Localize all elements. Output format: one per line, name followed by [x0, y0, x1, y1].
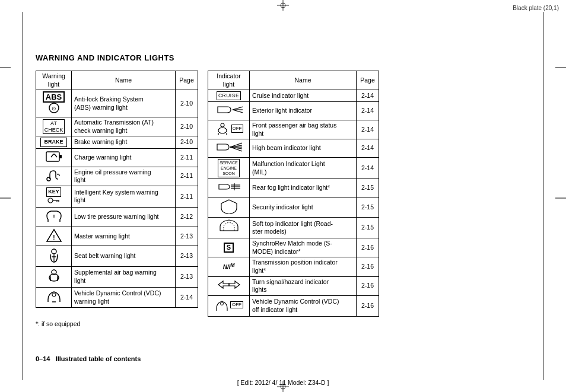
warning-page-at-check: 2-10: [176, 117, 198, 136]
indicator-icon-exterior: [208, 102, 250, 120]
right-border: [543, 12, 543, 380]
indicator-icon-turn-signal: [208, 276, 250, 295]
warning-page-brake: 2-10: [176, 136, 198, 149]
crosshair-top-icon: [277, 0, 289, 11]
warning-icon-tire: !: [36, 208, 72, 227]
warning-name-airbag: Supplemental air bag warninglight: [72, 267, 176, 288]
warning-page-charge: 2-11: [176, 148, 198, 167]
indicator-page-synchro: 2-16: [357, 238, 379, 257]
indicator-page-front-airbag: 2-14: [357, 120, 379, 139]
table-row: ABS ⊙ Anti-lock Braking System(ABS) warn…: [36, 90, 198, 117]
side-mark-left-top: [0, 64, 11, 71]
indicator-name-rear-fog: Rear fog light indicator light*: [250, 179, 357, 197]
indicator-name-exterior: Exterior light indicator: [250, 102, 357, 120]
indicator-page-trans-pos: 2-16: [357, 257, 379, 276]
warning-icon-vdc: [36, 287, 72, 308]
table-row: Turn signal/hazard indicatorlights 2-16: [208, 276, 379, 295]
warning-page-seatbelt: 2-13: [176, 246, 198, 267]
indicator-page-mil: 2-14: [357, 157, 379, 179]
indicator-name-security: Security indicator light: [250, 197, 357, 218]
plate-label: Black plate (20,1): [513, 5, 559, 11]
svg-line-14: [51, 154, 53, 157]
indicator-col-light-header: Indicatorlight: [208, 71, 250, 90]
table-row: Engine oil pressure warninglight 2-11: [36, 167, 198, 186]
indicator-icon-synchro: S: [208, 238, 250, 257]
svg-marker-49: [229, 281, 240, 288]
warning-icon-at-check: ATCHECK: [36, 117, 72, 136]
side-mark-right-mid: [555, 195, 566, 202]
svg-rect-13: [59, 155, 62, 158]
indicator-name-trans-pos: Transmission position indicatorlight*: [250, 257, 357, 276]
warning-page-key: 2-11: [176, 186, 198, 207]
svg-point-24: [52, 249, 56, 254]
main-content: WARNING AND INDICATOR LIGHTS Warningligh…: [36, 53, 530, 327]
table-row: S SynchroRev Match mode (S-MODE) indicat…: [208, 238, 379, 257]
warning-name-oil: Engine oil pressure warninglight: [72, 167, 176, 186]
side-mark-left-mid: [0, 195, 11, 202]
table-row: Exterior light indicator 2-14: [208, 102, 379, 120]
indicator-page-rear-fog: 2-15: [357, 179, 379, 197]
indicator-name-cruise: Cruise indicator light: [250, 90, 357, 102]
warning-name-brake: Brake warning light: [72, 136, 176, 149]
warning-name-seatbelt: Seat belt warning light: [72, 246, 176, 267]
tables-container: Warninglight Name Page ABS ⊙ Anti-lock B: [36, 71, 530, 317]
svg-line-31: [233, 107, 243, 110]
warning-col-name-header: Name: [72, 71, 176, 90]
warning-name-charge: Charge warning light: [72, 148, 176, 167]
warning-name-vdc: Vehicle Dynamic Control (VDC)warning lig…: [72, 287, 176, 308]
svg-line-16: [55, 154, 57, 157]
svg-marker-48: [218, 281, 229, 288]
side-mark-right-top: [555, 64, 566, 71]
warning-icon-charge: [36, 148, 72, 167]
warning-name-master: Master warning light: [72, 227, 176, 246]
table-row: ! Low tire pressure warning light 2-12: [36, 208, 198, 227]
warning-name-abs: Anti-lock Braking System(ABS) warning li…: [72, 90, 176, 117]
table-row: Supplemental air bag warninglight 2-13: [36, 267, 198, 288]
indicator-table: Indicatorlight Name Page CRUISE Cruise i…: [208, 71, 379, 317]
bottom-page-num: 0–14: [36, 355, 50, 362]
indicator-icon-cruise: CRUISE: [208, 90, 250, 102]
bottom-section: 0–14 Illustrated table of contents: [36, 355, 141, 362]
svg-rect-12: [46, 152, 59, 161]
footnote: *: if so equipped: [36, 320, 530, 327]
indicator-page-turn-signal: 2-16: [357, 276, 379, 295]
table-row: Charge warning light 2-11: [36, 148, 198, 167]
indicator-page-security: 2-15: [357, 197, 379, 218]
indicator-icon-high-beam: [208, 139, 250, 158]
indicator-page-cruise: 2-14: [357, 90, 379, 102]
table-row: KEY Intelligent Key system warninglight …: [36, 186, 198, 207]
indicator-name-soft-top: Soft top indicator light (Road-ster mode…: [250, 218, 357, 238]
svg-point-50: [221, 302, 224, 305]
warning-col-page-header: Page: [176, 71, 198, 90]
left-border: [23, 12, 23, 380]
table-row: ATCHECK Automatic Transmission (AT)check…: [36, 117, 198, 136]
indicator-col-page-header: Page: [357, 71, 379, 90]
indicator-icon-rear-fog: [208, 179, 250, 197]
indicator-name-front-airbag: Front passenger air bag statuslight: [250, 120, 357, 139]
page-title: WARNING AND INDICATOR LIGHTS: [36, 53, 530, 62]
warning-name-tire: Low tire pressure warning light: [72, 208, 176, 227]
warning-icon-abs: ABS ⊙: [36, 90, 72, 117]
indicator-page-exterior: 2-14: [357, 102, 379, 120]
table-row: OFF Vehicle Dynamic Control (VDC)off ind…: [208, 295, 379, 316]
svg-line-33: [233, 110, 243, 113]
warning-icon-master: !: [36, 227, 72, 246]
indicator-name-vdc-off: Vehicle Dynamic Control (VDC)off indicat…: [250, 295, 357, 316]
svg-text:⊙: ⊙: [52, 106, 56, 111]
warning-icon-brake: BRAKE: [36, 136, 72, 149]
table-row: BRAKE Brake warning light 2-10: [36, 136, 198, 149]
warning-page-tire: 2-12: [176, 208, 198, 227]
indicator-page-high-beam: 2-14: [357, 139, 379, 158]
indicator-name-mil: Malfunction Indicator Light(MIL): [250, 157, 357, 179]
svg-point-29: [52, 293, 56, 297]
table-row: Security indicator light 2-15: [208, 197, 379, 218]
warning-name-at-check: Automatic Transmission (AT)check warning…: [72, 117, 176, 136]
warning-page-oil: 2-11: [176, 167, 198, 186]
warning-page-master: 2-13: [176, 227, 198, 246]
table-row: OFF Front passenger air bag statuslight …: [208, 120, 379, 139]
warning-icon-oil: [36, 167, 72, 186]
table-row: High beam indicator light 2-14: [208, 139, 379, 158]
warning-page-abs: 2-10: [176, 90, 198, 117]
svg-point-34: [221, 123, 224, 127]
warning-icon-seatbelt: [36, 246, 72, 267]
